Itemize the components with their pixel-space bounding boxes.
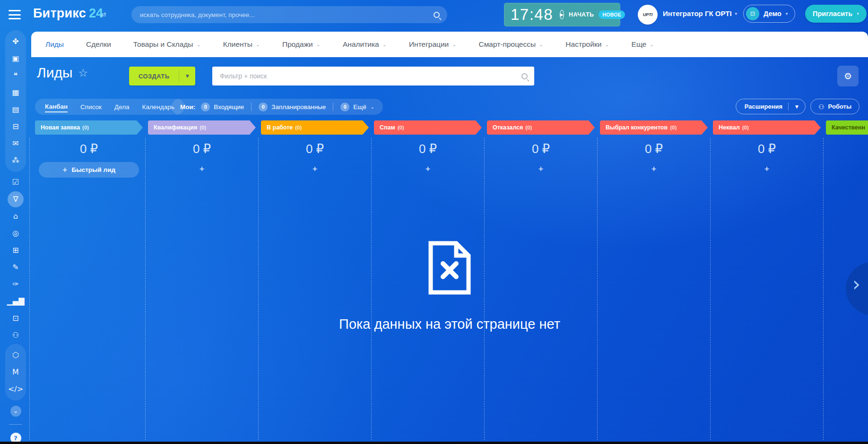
kanban-column: Квалификация(0)0 ₽+ — [148, 120, 256, 444]
add-lead-button[interactable]: + — [307, 162, 323, 176]
kanban-column-header[interactable]: Новая заявка(0) — [35, 120, 143, 135]
kanban-column-amount: 0 ₽ — [148, 142, 256, 156]
kanban-column-header[interactable]: Неквал(0) — [713, 120, 821, 135]
sidebar-item-ai-robot[interactable]: ⚇ — [5, 327, 26, 344]
mail-icon: ✉ — [12, 140, 18, 147]
column-divider — [710, 138, 711, 440]
caret-down-icon[interactable]: ▼ — [179, 67, 195, 85]
sign-icon: ✑ — [12, 281, 18, 288]
sidebar-item-teams[interactable]: ⁂ — [5, 152, 26, 169]
create-button[interactable]: СОЗДАТЬ ▼ — [129, 67, 195, 85]
create-button-label: СОЗДАТЬ — [129, 67, 179, 85]
sidebar-item-company-card[interactable]: ⊡ — [5, 310, 26, 327]
sliders-icon[interactable]: ⇄ — [100, 10, 106, 19]
extensions-button[interactable]: Расширения ▼ — [736, 99, 806, 114]
global-search-input[interactable] — [139, 11, 434, 19]
quick-lead-button[interactable]: +Быстрый лид — [39, 162, 139, 178]
add-lead-button[interactable]: + — [533, 162, 549, 176]
view-tab[interactable]: Календарь — [142, 102, 174, 112]
view-tab[interactable]: Список — [80, 102, 102, 112]
kanban-column-header[interactable]: Спам(0) — [374, 120, 482, 135]
company-avatar[interactable]: UPTI — [638, 5, 658, 25]
logo[interactable]: Битрикс24 — [33, 6, 103, 21]
time-tracker-widget[interactable]: 17:48 ▶ НАЧАТЬ НОВОЕ — [504, 3, 620, 26]
logo-brand: Битрикс — [33, 6, 86, 20]
invite-button[interactable]: Пригласить ▾ — [805, 5, 867, 23]
add-lead-button[interactable]: + — [646, 162, 662, 176]
demo-button[interactable]: ⊡ Демо ▾ — [743, 5, 795, 23]
sidebar-item-drive[interactable]: ⊟ — [5, 118, 26, 135]
sidebar-item-analytics[interactable]: ▁▄▇ — [5, 293, 26, 310]
sidebar-item-crm-funnel[interactable]: ∇ — [5, 191, 26, 208]
board-edge-divider — [29, 138, 30, 440]
ai-robot-icon: ⚇ — [12, 332, 19, 339]
settings-gear-button[interactable]: ⚙ — [837, 66, 859, 86]
sidebar-item-sites[interactable]: ⌂ — [5, 208, 26, 225]
sidebar-item-workgroups[interactable]: ▣ — [5, 50, 26, 67]
add-lead-button[interactable]: + — [420, 162, 436, 176]
sidebar-item-mail[interactable]: ✉ — [5, 135, 26, 152]
kanban-column-header[interactable]: В работе(0) — [261, 120, 369, 135]
kanban-column-header[interactable]: Выбрал конкурентов(0) — [600, 120, 708, 135]
favorite-star-icon[interactable]: ☆ — [78, 67, 88, 79]
sidebar-item-documents[interactable]: ▤ — [5, 101, 26, 118]
nav-tab[interactable]: Смарт-процессы⌄ — [479, 40, 544, 49]
sidebar-item-expand-menu[interactable]: ⌄ — [5, 402, 26, 419]
sidebar-item-catalog-cube[interactable]: ⬡ — [5, 347, 26, 364]
start-day-label[interactable]: НАЧАТЬ — [569, 11, 594, 18]
kanban-column-header[interactable]: Качественн — [826, 120, 868, 135]
nav-tab[interactable]: Лиды — [45, 40, 64, 49]
kanban-column-header[interactable]: Квалификация(0) — [148, 120, 256, 135]
kanban-add-row: + — [600, 162, 708, 176]
nav-tab[interactable]: Продажи⌄ — [282, 40, 321, 49]
view-tab[interactable]: Дела — [114, 102, 130, 112]
sidebar-item-developer-code[interactable]: </> — [5, 381, 26, 398]
counter-item[interactable]: 0Входящие — [201, 102, 244, 111]
counter-label: Ещё — [353, 103, 366, 111]
nav-tab[interactable]: Товары и Склады⌄ — [133, 40, 201, 49]
kanban-column-amount: 0 ₽ — [487, 142, 595, 156]
global-search[interactable] — [131, 6, 447, 23]
chevron-down-icon: ⌄ — [370, 104, 374, 110]
sidebar-item-feed[interactable]: ✤ — [5, 33, 26, 50]
filter-search[interactable] — [212, 67, 534, 85]
kanban-column-header[interactable]: Отказался(0) — [487, 120, 595, 135]
account-menu[interactable]: Интегратор ГК ОРТI ▾ — [663, 9, 737, 17]
sidebar-item-sign[interactable]: ✑ — [5, 276, 26, 293]
sidebar-item-shop-cart[interactable]: ⊞ — [5, 242, 26, 259]
add-lead-button[interactable]: + — [194, 162, 210, 176]
nav-tab[interactable]: Интеграции⌄ — [409, 40, 457, 49]
nav-tab[interactable]: Сделки — [86, 40, 111, 49]
nav-tab[interactable]: Настройки⌄ — [565, 40, 609, 49]
sites-icon: ⌂ — [13, 213, 18, 220]
sidebar-item-market[interactable]: M — [5, 364, 26, 381]
nav-tab[interactable]: Еще⌄ — [632, 40, 654, 49]
nav-tab[interactable]: Клиенты⌄ — [223, 40, 260, 49]
sidebar-item-calendar[interactable]: ▦ — [5, 84, 26, 101]
nav-tab[interactable]: Аналитика⌄ — [343, 40, 387, 49]
add-lead-button[interactable]: + — [759, 162, 775, 176]
account-name: Интегратор ГК ОРТI — [663, 9, 732, 17]
robots-button[interactable]: ⚇ Роботы — [810, 99, 859, 114]
counter-item[interactable]: 0Ещё⌄ — [340, 102, 374, 111]
invite-label: Пригласить — [813, 10, 852, 17]
caret-down-icon[interactable]: ▼ — [789, 104, 805, 109]
sidebar-item-estimates[interactable]: ✎ — [5, 259, 26, 276]
filter-search-input[interactable] — [219, 72, 521, 80]
kanban-column-count: (0) — [295, 125, 302, 130]
kanban-column-count: (0) — [525, 125, 532, 130]
sidebar-item-messenger[interactable]: ❝ — [5, 67, 26, 84]
kanban-column-count: (0) — [670, 125, 677, 130]
counter-item[interactable]: 0Запланированные — [259, 102, 326, 111]
sidebar-item-tasks[interactable]: ☑ — [5, 174, 26, 191]
play-icon[interactable]: ▶ — [560, 10, 564, 19]
nav-tab-label: Сделки — [86, 40, 111, 49]
crm-funnel-icon: ∇ — [13, 196, 18, 203]
sidebar-item-marketing-target[interactable]: ◎ — [5, 225, 26, 242]
kanban-column-count: (0) — [398, 125, 404, 130]
search-icon — [521, 73, 528, 79]
counter-divider — [251, 102, 252, 111]
hamburger-menu-icon[interactable] — [9, 10, 21, 19]
messenger-icon: ❝ — [14, 72, 18, 79]
view-tab[interactable]: Канбан — [45, 102, 68, 112]
